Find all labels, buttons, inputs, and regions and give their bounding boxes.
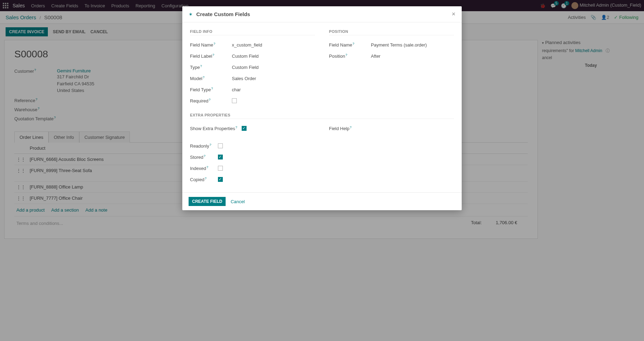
input-field-label[interactable]: Custom Field	[232, 54, 259, 59]
help-icon[interactable]: ?	[206, 165, 208, 169]
checkbox-show-extra[interactable]	[242, 126, 247, 131]
section-extra: EXTRA PROPERTIES	[190, 113, 454, 119]
label-readonly: Readonly	[190, 143, 209, 149]
modal-cancel-button[interactable]: Cancel	[230, 199, 244, 204]
help-icon[interactable]: ?	[200, 64, 202, 68]
create-custom-fields-modal: ✶ Create Custom Fields × FIELD INFO Fiel…	[182, 6, 462, 210]
help-icon[interactable]: ?	[213, 53, 214, 57]
help-icon[interactable]: ?	[213, 42, 215, 45]
help-icon[interactable]: ?	[204, 154, 205, 158]
checkbox-copied[interactable]	[218, 177, 223, 182]
input-pos-field-name[interactable]: Payment Terms (sale.order)	[371, 42, 427, 48]
help-icon[interactable]: ?	[350, 126, 352, 129]
label-field-help: Field Help	[329, 126, 350, 131]
checkbox-indexed[interactable]	[218, 166, 223, 171]
input-field-type[interactable]: char	[232, 87, 241, 92]
modal-title: Create Custom Fields	[196, 11, 250, 17]
help-icon[interactable]: ?	[210, 143, 211, 147]
label-position: Position	[329, 54, 345, 59]
bug-icon: ✶	[189, 12, 193, 17]
label-field-type: Field Type	[190, 87, 211, 92]
label-required: Required	[190, 98, 208, 104]
help-icon[interactable]: ?	[209, 98, 211, 101]
label-show-extra: Show Extra Properties	[190, 126, 235, 131]
section-position: POSITION	[329, 29, 454, 35]
checkbox-required[interactable]	[232, 98, 237, 103]
label-pos-field-name: Field Name	[329, 42, 352, 48]
label-indexed: Indexed	[190, 166, 206, 171]
section-field-info: FIELD INFO	[190, 29, 315, 35]
help-icon[interactable]: ?	[211, 87, 213, 90]
input-position[interactable]: After	[371, 54, 380, 59]
label-copied: Copied	[190, 177, 204, 182]
label-field-label: Field Label	[190, 54, 212, 59]
checkbox-readonly[interactable]	[218, 143, 223, 148]
input-field-name[interactable]: x_custom_field	[232, 42, 262, 48]
label-type: Type	[190, 65, 200, 70]
help-icon[interactable]: ?	[345, 53, 347, 57]
help-icon[interactable]: ?	[205, 177, 206, 180]
create-field-button[interactable]: CREATE FIELD	[189, 197, 226, 206]
label-stored: Stored	[190, 155, 203, 160]
input-type[interactable]: Custom Field	[232, 65, 259, 70]
label-model: Model	[190, 76, 202, 81]
help-icon[interactable]: ?	[235, 126, 237, 129]
modal-overlay: ✶ Create Custom Fields × FIELD INFO Fiel…	[0, 0, 644, 239]
input-model[interactable]: Sales Order	[232, 76, 256, 81]
help-icon[interactable]: ?	[352, 42, 354, 45]
checkbox-stored[interactable]	[218, 155, 223, 159]
close-icon[interactable]: ×	[452, 10, 455, 18]
help-icon[interactable]: ?	[203, 76, 204, 79]
label-field-name: Field Name	[190, 42, 213, 48]
